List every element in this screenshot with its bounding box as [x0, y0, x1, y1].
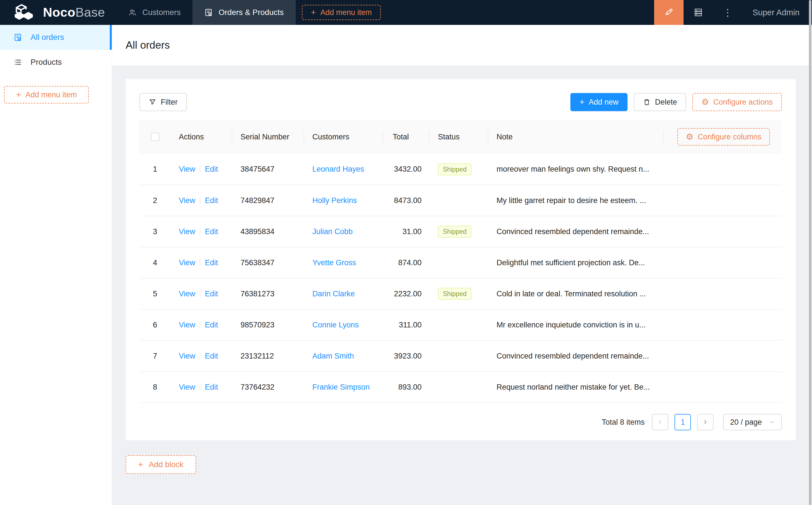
- toolbar-right: + Add new Delete ⚙: [570, 93, 782, 111]
- edit-link[interactable]: Edit: [205, 383, 218, 391]
- serial-number-cell: 98570923: [232, 309, 304, 340]
- page-scrollbar[interactable]: [809, 0, 811, 505]
- edit-link[interactable]: Edit: [205, 227, 218, 236]
- delete-button[interactable]: Delete: [634, 93, 686, 111]
- serial-number-cell: 38475647: [232, 154, 304, 185]
- row-index: 1: [153, 165, 157, 173]
- actions-cell: ViewEdit: [171, 340, 232, 371]
- status-cell: Shipped: [430, 278, 488, 309]
- nocobase-logo-icon: [12, 4, 38, 21]
- configure-actions-button[interactable]: ⚙ Configure actions: [692, 93, 782, 111]
- nav-spacer: [381, 0, 654, 25]
- select-all-checkbox[interactable]: [151, 133, 159, 141]
- customer-link[interactable]: Adam Smith: [312, 352, 354, 360]
- column-header-note: Note: [488, 120, 664, 154]
- sidebar-item-label: All orders: [30, 33, 64, 42]
- ui-editor-button[interactable]: [654, 0, 684, 25]
- sidebar-item-products[interactable]: Products: [0, 50, 112, 74]
- nav-add-menu-item-button[interactable]: + Add menu item: [302, 5, 381, 20]
- row-index-cell[interactable]: 8: [139, 371, 171, 403]
- row-index-cell[interactable]: 3: [139, 216, 171, 247]
- pagination-prev-button[interactable]: [652, 414, 668, 431]
- edit-link[interactable]: Edit: [205, 321, 218, 329]
- action-divider: [200, 321, 200, 328]
- customer-link[interactable]: Connie Lyons: [312, 321, 359, 329]
- note-cell: Mr excellence inquietude conviction is i…: [488, 309, 664, 340]
- sidebar-add-menu-item-button[interactable]: + Add menu item: [4, 86, 89, 104]
- customer-cell: Adam Smith: [304, 340, 383, 371]
- total-cell: 3923.00: [383, 340, 430, 371]
- user-menu[interactable]: Super Admin: [742, 0, 812, 25]
- page-size-select[interactable]: 20 / page: [723, 414, 782, 431]
- customer-link[interactable]: Julian Cobb: [312, 227, 353, 236]
- edit-link[interactable]: Edit: [205, 290, 218, 298]
- total-cell: 3432.00: [383, 154, 430, 185]
- view-link[interactable]: View: [179, 290, 195, 298]
- view-link[interactable]: View: [179, 383, 195, 391]
- row-index-cell[interactable]: 2: [139, 185, 171, 216]
- nav-tab-customers[interactable]: Customers: [116, 0, 192, 25]
- row-index: 7: [153, 352, 157, 360]
- row-index-cell[interactable]: 5: [139, 278, 171, 309]
- customer-link[interactable]: Frankie Simpson: [312, 383, 370, 391]
- view-link[interactable]: View: [179, 352, 195, 360]
- view-link[interactable]: View: [179, 196, 195, 205]
- row-index-cell[interactable]: 6: [139, 309, 171, 340]
- table-row: 7 ViewEdit 23132112 Adam Smith 3923.00 C…: [139, 340, 782, 371]
- pagination-total: Total 8 items: [602, 418, 645, 427]
- customer-link[interactable]: Holly Perkins: [312, 196, 357, 205]
- row-index-cell[interactable]: 1: [139, 154, 171, 185]
- edit-link[interactable]: Edit: [205, 352, 218, 360]
- edit-link[interactable]: Edit: [205, 196, 218, 205]
- nav-tab-orders-products[interactable]: Orders & Products: [192, 0, 295, 25]
- filter-button[interactable]: Filter: [139, 93, 187, 111]
- gear-icon: ⚙: [686, 133, 693, 141]
- nocobase-logo[interactable]: NocoBase: [0, 0, 116, 25]
- add-new-button[interactable]: + Add new: [570, 93, 628, 111]
- status-badge: Shipped: [438, 226, 471, 237]
- action-divider: [200, 290, 200, 297]
- row-index: 6: [153, 321, 157, 329]
- empty-cell: [664, 154, 782, 185]
- action-divider: [200, 196, 200, 204]
- edit-link[interactable]: Edit: [205, 259, 218, 267]
- note-cell: Convinced resembled dependent remainde..…: [488, 216, 664, 247]
- nav-tab-label: Orders & Products: [219, 8, 283, 17]
- serial-number-cell: 74829847: [232, 185, 304, 216]
- sidebar-item-label: Products: [30, 58, 62, 67]
- main-area: All orders Filter + Add new: [112, 25, 812, 505]
- view-link[interactable]: View: [179, 165, 195, 173]
- serial-number-cell: 75638347: [232, 247, 304, 278]
- database-button[interactable]: [684, 0, 713, 25]
- nav-tabs: Customers Orders & Products: [116, 0, 296, 25]
- user-name: Super Admin: [753, 8, 800, 17]
- row-index: 5: [153, 290, 157, 298]
- nav-right-actions: ⋮ Super Admin: [654, 0, 812, 25]
- plus-icon: +: [16, 91, 21, 99]
- more-options-button[interactable]: ⋮: [713, 0, 742, 25]
- add-block-button[interactable]: + Add block: [126, 455, 196, 474]
- customer-link[interactable]: Leonard Hayes: [312, 165, 364, 173]
- configure-actions-label: Configure actions: [713, 98, 773, 107]
- pagination-next-button[interactable]: [697, 414, 713, 431]
- view-link[interactable]: View: [179, 227, 195, 236]
- status-badge: Shipped: [438, 288, 471, 300]
- customer-link[interactable]: Darin Clarke: [312, 290, 355, 298]
- actions-cell: ViewEdit: [171, 247, 232, 278]
- row-index-cell[interactable]: 7: [139, 340, 171, 371]
- edit-link[interactable]: Edit: [205, 165, 218, 173]
- filter-funnel-icon: [149, 98, 156, 106]
- status-cell: [430, 309, 488, 340]
- row-index: 4: [153, 259, 157, 267]
- list-icon: [14, 58, 22, 66]
- row-index-cell[interactable]: 4: [139, 247, 171, 278]
- actions-cell: ViewEdit: [171, 278, 232, 309]
- sidebar-item-all-orders[interactable]: All orders: [0, 25, 112, 50]
- table-row: 4 ViewEdit 75638347 Yvette Gross 874.00 …: [139, 247, 782, 278]
- view-link[interactable]: View: [179, 321, 195, 329]
- customer-cell: Leonard Hayes: [304, 154, 383, 185]
- view-link[interactable]: View: [179, 259, 195, 267]
- pagination-page-1[interactable]: 1: [675, 414, 691, 431]
- configure-columns-button[interactable]: ⚙ Configure columns: [677, 128, 770, 146]
- customer-link[interactable]: Yvette Gross: [312, 259, 356, 267]
